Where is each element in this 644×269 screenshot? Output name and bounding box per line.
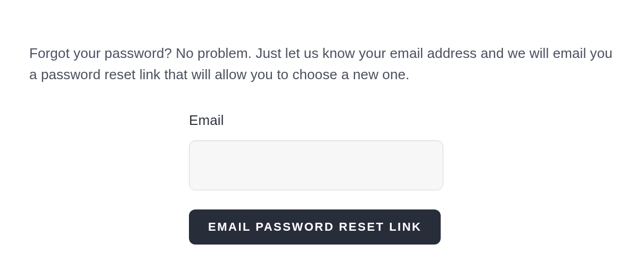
email-label: Email	[189, 112, 443, 129]
forgot-password-description: Forgot your password? No problem. Just l…	[29, 43, 615, 86]
email-field[interactable]	[189, 140, 443, 190]
email-password-reset-link-button[interactable]: EMAIL PASSWORD RESET LINK	[189, 209, 441, 245]
reset-password-form: Email EMAIL PASSWORD RESET LINK	[189, 112, 443, 245]
